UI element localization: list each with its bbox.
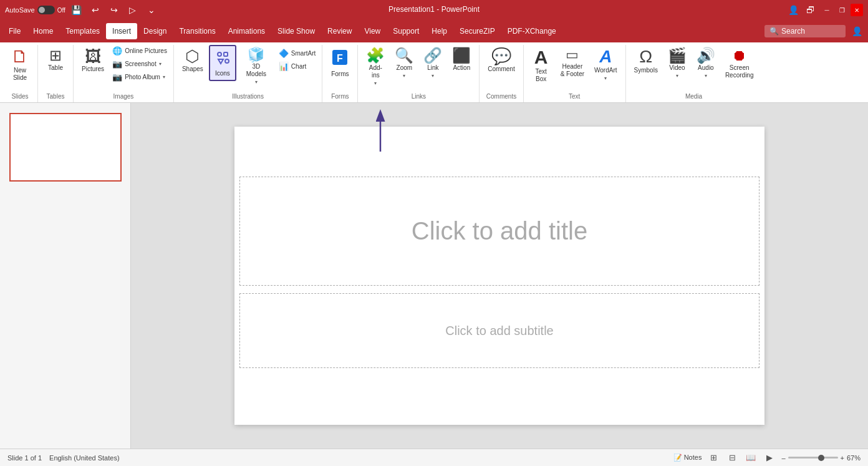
link-button[interactable]: 🔗 Link ▾ — [419, 45, 446, 82]
textbox-button[interactable]: A TextBox — [528, 45, 555, 86]
slide-info: Slide 1 of 1 — [7, 454, 42, 462]
svg-text:F: F — [337, 53, 343, 64]
addins-icon: 🧩 — [366, 48, 385, 63]
zoom-percent[interactable]: 67% — [847, 454, 861, 462]
menu-securezip[interactable]: SecureZIP — [453, 23, 501, 39]
screenshot-button[interactable]: 📷 Screenshot ▾ — [110, 58, 170, 70]
action-button[interactable]: ⬛ Action — [448, 45, 475, 75]
online-pictures-label: Online Pictures — [125, 47, 167, 54]
comments-group-label: Comments — [483, 92, 519, 102]
illustrations-group-label: Illustrations — [178, 92, 318, 102]
shapes-button[interactable]: ⬡ Shapes — [178, 45, 208, 76]
title-placeholder[interactable]: Click to add title — [239, 177, 760, 286]
photo-album-button[interactable]: 📷 Photo Album ▾ — [110, 71, 170, 83]
addins-button[interactable]: 🧩 Add-ins ▾ — [362, 45, 389, 89]
ribbon-group-links: 🧩 Add-ins ▾ 🔍 Zoom ▾ 🔗 Link ▾ ⬛ Action — [358, 45, 480, 102]
screenshot-icon: 📷 — [112, 59, 122, 69]
menu-templates[interactable]: Templates — [59, 23, 106, 39]
text-group-label: Text — [528, 92, 622, 102]
pictures-button[interactable]: 🖼 Pictures — [77, 45, 109, 76]
zoom-control: – + 67% — [781, 454, 861, 462]
title-bar: AutoSave Off 💾 ↩ ↪ ▷ ⌄ Presentation1 - P… — [0, 0, 868, 20]
redo-icon[interactable]: ↪ — [107, 2, 122, 17]
menu-view[interactable]: View — [358, 23, 387, 39]
menu-animations[interactable]: Animations — [222, 23, 271, 39]
zoom-out-button[interactable]: – — [781, 454, 785, 462]
reading-view-button[interactable]: 📖 — [744, 451, 758, 465]
header-footer-button[interactable]: ▭ Header& Footer — [556, 45, 589, 81]
links-items: 🧩 Add-ins ▾ 🔍 Zoom ▾ 🔗 Link ▾ ⬛ Action — [362, 45, 475, 92]
slideshow-view-button[interactable]: ▶ — [763, 451, 776, 465]
main-area: 1 Click to add title Click to add su — [0, 103, 868, 449]
close-button[interactable]: ✕ — [851, 4, 863, 16]
symbols-button[interactable]: Ω Symbols — [630, 45, 662, 77]
video-label: Video — [669, 64, 685, 72]
forms-icon: F — [330, 48, 349, 69]
icons-button[interactable]: Icons — [209, 45, 236, 81]
pictures-icon: 🖼 — [85, 48, 101, 64]
search-box[interactable]: 🔍 Search — [764, 25, 846, 37]
ribbon-display-icon[interactable]: 🗗 — [803, 2, 818, 17]
slide-sorter-button[interactable]: ⊟ — [725, 451, 739, 465]
online-pictures-button[interactable]: 🌐 Online Pictures — [110, 45, 170, 57]
wordart-button[interactable]: A WordArt ▾ — [590, 45, 622, 84]
forms-button[interactable]: F Forms — [326, 45, 354, 81]
ribbon: 🗋 NewSlide Slides ⊞ Table Tables 🖼 Pictu — [0, 42, 868, 103]
search-label: Search — [781, 27, 805, 36]
online-pictures-icon: 🌐 — [112, 46, 122, 56]
comment-button[interactable]: 💬 Comment — [483, 45, 519, 76]
menu-insert[interactable]: Insert — [106, 23, 137, 39]
screen-recording-button[interactable]: ⏺ ScreenRecording — [721, 45, 758, 82]
comment-icon: 💬 — [491, 48, 511, 64]
save-icon[interactable]: 💾 — [69, 2, 84, 17]
screenshot-label: Screenshot — [125, 61, 157, 67]
menu-help[interactable]: Help — [425, 23, 453, 39]
ribbon-group-text: A TextBox ▭ Header& Footer A WordArt ▾ T… — [524, 45, 626, 102]
ribbon-group-forms: F Forms Forms — [322, 45, 358, 102]
table-button[interactable]: ⊞ Table — [42, 45, 69, 75]
menu-home[interactable]: Home — [27, 23, 59, 39]
more-icon[interactable]: ⌄ — [144, 2, 159, 17]
menu-file[interactable]: File — [2, 23, 27, 39]
zoom-slider[interactable] — [788, 457, 838, 459]
subtitle-placeholder[interactable]: Click to add subtitle — [239, 293, 760, 368]
slides-group-label: Slides — [6, 92, 34, 102]
menu-slideshow[interactable]: Slide Show — [271, 23, 321, 39]
zoom-label: Zoom — [397, 64, 413, 72]
link-icon: 🔗 — [423, 48, 442, 63]
icons-icon — [214, 49, 231, 69]
menu-pdfxchange[interactable]: PDF-XChange — [501, 23, 562, 39]
normal-view-button[interactable]: ⊞ — [706, 451, 720, 465]
title-bar-center: Presentation1 - PowerPoint — [388, 5, 480, 14]
menu-review[interactable]: Review — [321, 23, 358, 39]
menu-transitions[interactable]: Transitions — [173, 23, 221, 39]
audio-button[interactable]: 🔊 Audio ▾ — [692, 45, 720, 82]
tables-items: ⊞ Table — [42, 45, 69, 92]
menu-design[interactable]: Design — [137, 23, 173, 39]
minimize-button[interactable]: ─ — [821, 4, 833, 16]
new-slide-button[interactable]: 🗋 NewSlide — [6, 45, 34, 85]
restore-button[interactable]: ❐ — [836, 4, 848, 16]
ribbon-group-images: 🖼 Pictures 🌐 Online Pictures 📷 Screensho… — [74, 45, 174, 102]
chart-button[interactable]: 📊 Chart — [276, 61, 318, 72]
canvas-area: Click to add title Click to add subtitle — [131, 103, 868, 449]
notes-button[interactable]: 📝 Notes — [673, 454, 702, 462]
video-button[interactable]: 🎬 Video ▾ — [663, 45, 691, 82]
undo-icon[interactable]: ↩ — [88, 2, 103, 17]
present-icon[interactable]: ▷ — [125, 2, 140, 17]
menu-support[interactable]: Support — [387, 23, 425, 39]
profile-icon[interactable]: 👤 — [786, 2, 801, 17]
account-icon[interactable]: 👤 — [848, 22, 866, 40]
screen-recording-icon: ⏺ — [732, 48, 747, 63]
textbox-label: TextBox — [536, 68, 547, 83]
slide-thumbnail-1[interactable] — [9, 113, 122, 182]
zoom-button[interactable]: 🔍 Zoom ▾ — [390, 45, 418, 82]
autosave-toggle[interactable] — [37, 6, 55, 14]
smartart-button[interactable]: 🔷 SmartArt — [276, 47, 318, 59]
photo-album-dropdown: ▾ — [163, 74, 165, 80]
3d-models-button[interactable]: 🧊 3D Models ▾ — [238, 45, 275, 88]
zoom-icon: 🔍 — [395, 48, 413, 63]
icons-label: Icons — [215, 70, 230, 77]
tables-group-label: Tables — [42, 92, 69, 102]
zoom-in-button[interactable]: + — [841, 454, 844, 462]
